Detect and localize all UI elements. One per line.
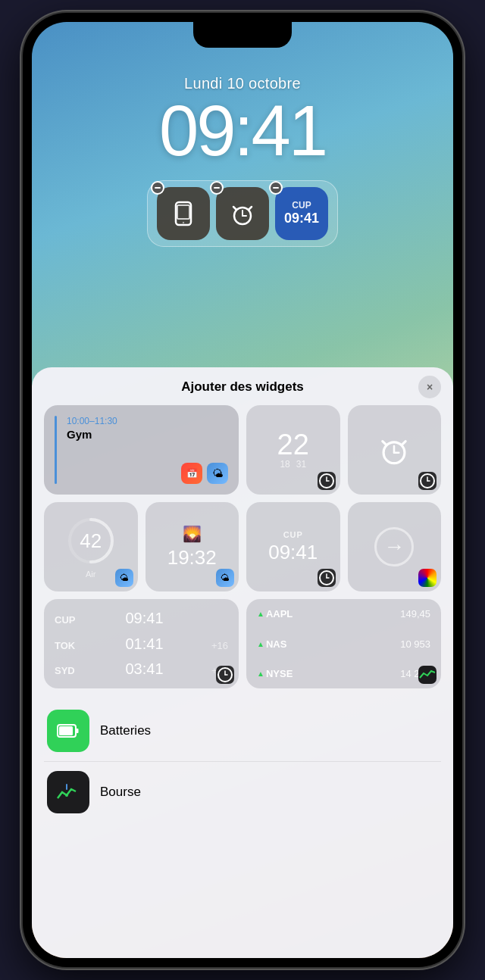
date-number: 22 xyxy=(277,430,309,459)
stocks-badge-icon xyxy=(418,666,436,684)
alarm-small-widget[interactable] xyxy=(348,405,442,495)
stocks-wide-widget[interactable]: ▲AAPL 149,45 ▲NAS 10 953 ▲NY xyxy=(246,599,441,688)
date-sub-numbers: 18 31 xyxy=(280,459,306,470)
phone-mirror-icon xyxy=(170,200,197,227)
weather-badge: 🌤 xyxy=(115,569,133,587)
date-sub2: 31 xyxy=(296,459,306,470)
notch xyxy=(193,22,292,48)
svg-point-30 xyxy=(65,794,68,797)
calendar-event-widget[interactable]: 10:00–11:30 Gym 📅 🌤 xyxy=(44,405,239,495)
lock-widgets-bar: CUP 09:41 xyxy=(147,180,338,247)
cup-worldclock-widget-bar[interactable]: CUP 09:41 xyxy=(275,187,328,240)
cup-small-city: CUP xyxy=(283,530,303,539)
svg-line-6 xyxy=(233,207,236,210)
event-info: 10:00–11:30 Gym xyxy=(67,416,117,441)
rainbow-badge xyxy=(418,569,436,587)
stocks-content: ▲AAPL 149,45 ▲NAS 10 953 ▲NY xyxy=(246,599,441,688)
wc-row-tok: TOK 01:41 +16 xyxy=(55,635,228,653)
app-list: Batteries Bourse xyxy=(44,701,441,822)
wc-city-cup: CUP xyxy=(55,614,91,626)
cup-time-label: 09:41 xyxy=(284,211,319,227)
world-clock-content: CUP 09:41 TOK 01:41 +16 SYD 03:41 + xyxy=(44,599,239,688)
wc-offset-tok: +16 xyxy=(198,640,228,651)
world-clock-wide-widget[interactable]: CUP 09:41 TOK 01:41 +16 SYD 03:41 + xyxy=(44,599,239,688)
stock-row-aapl: ▲AAPL 149,45 xyxy=(257,608,430,620)
svg-line-15 xyxy=(402,442,405,445)
close-icon: × xyxy=(427,381,433,393)
batteries-app-item[interactable]: Batteries xyxy=(44,701,441,762)
sheet-close-button[interactable]: × xyxy=(418,376,441,398)
air-ring-container: 42 xyxy=(65,515,117,566)
weather-time-widget[interactable]: 🌄 19:32 🌤 xyxy=(146,502,239,591)
stock-arrow-aapl: ▲ xyxy=(257,610,264,618)
calendar-event-content: 10:00–11:30 Gym 📅 🌤 xyxy=(44,405,239,495)
wc-time-cup: 09:41 xyxy=(91,610,198,627)
clock-badge-icon xyxy=(318,472,336,490)
wc-row-cup: CUP 09:41 xyxy=(55,610,228,627)
bourse-app-item[interactable]: Bourse xyxy=(44,762,441,822)
air-value-group: 42 xyxy=(80,529,102,553)
svg-point-2 xyxy=(183,222,184,223)
stock-row-nyse: ▲NYSE 14 226 xyxy=(257,668,430,679)
phone-icon-box xyxy=(157,187,210,240)
cup-small-time: 09:41 xyxy=(268,541,318,564)
time-label: 09:41 xyxy=(159,95,326,167)
arrow-widget[interactable]: → xyxy=(348,502,442,591)
clock-badge-wc xyxy=(216,666,234,684)
phone-mirror-widget[interactable] xyxy=(157,187,210,240)
cup-city-label: CUP xyxy=(284,200,319,211)
wc-time-tok: 01:41 xyxy=(91,635,198,653)
event-name: Gym xyxy=(67,428,117,441)
clock-badge-alarm xyxy=(418,472,436,490)
clock-corner-badge xyxy=(318,472,336,490)
clock-badge-cup xyxy=(318,569,336,587)
batteries-app-label: Batteries xyxy=(100,723,151,738)
batteries-app-icon xyxy=(47,710,89,752)
wc-time-syd: 03:41 xyxy=(91,660,198,678)
svg-line-7 xyxy=(249,207,252,210)
weather-badge2: 🌤 xyxy=(216,569,234,587)
stock-name-nas: ▲NAS xyxy=(257,638,286,650)
stock-arrow-nas: ▲ xyxy=(257,640,264,648)
widgets-row-1: 10:00–11:30 Gym 📅 🌤 22 18 xyxy=(44,405,441,495)
cup-small-widget[interactable]: CUP 09:41 xyxy=(246,502,340,591)
air-label: Air xyxy=(86,570,95,579)
remove-cup-widget-btn[interactable] xyxy=(269,181,283,195)
date-label: Lundi 10 octobre xyxy=(184,75,301,92)
clock-badge-icon2 xyxy=(418,472,436,490)
calendar-app-icon: 📅 xyxy=(181,463,202,484)
event-bar xyxy=(55,416,57,484)
sheet-header: Ajouter des widgets × xyxy=(44,379,441,395)
air-quality-widget[interactable]: 42 Air 🌤 xyxy=(44,502,138,591)
wc-city-tok: TOK xyxy=(55,640,91,651)
weather-app-icon: 🌤 xyxy=(207,463,228,484)
cup-widget-content: CUP 09:41 xyxy=(284,200,319,227)
remove-widget-btn[interactable] xyxy=(151,181,164,195)
weather-sun-icon: 🌄 xyxy=(183,525,202,543)
bourse-app-label: Bourse xyxy=(100,785,141,800)
clock-badge-icon3 xyxy=(318,569,336,587)
battery-icon xyxy=(57,723,80,739)
stocks-badge xyxy=(418,666,436,684)
svg-rect-28 xyxy=(59,726,73,735)
stock-val-nas: 10 953 xyxy=(400,638,430,650)
date-sub1: 18 xyxy=(280,459,289,470)
remove-alarm-widget-btn[interactable] xyxy=(210,181,224,195)
alarm-icon-box xyxy=(216,187,269,240)
bourse-icon xyxy=(56,782,80,803)
widgets-row-3: CUP 09:41 TOK 01:41 +16 SYD 03:41 + xyxy=(44,599,441,688)
alarm-widget-bar[interactable] xyxy=(216,187,269,240)
svg-rect-29 xyxy=(76,729,79,733)
stock-name-aapl: ▲AAPL xyxy=(257,608,293,620)
air-value: 42 xyxy=(80,529,102,553)
svg-line-14 xyxy=(383,442,386,445)
lock-screen: Lundi 10 octobre 09:41 xyxy=(32,60,453,247)
arrow-circle: → xyxy=(374,527,414,566)
clock-badge-icon4 xyxy=(216,666,234,684)
widgets-row-2: 42 Air 🌤 🌄 19:32 🌤 xyxy=(44,502,441,591)
stock-arrow-nyse: ▲ xyxy=(257,669,264,678)
svg-rect-1 xyxy=(177,205,189,219)
phone-frame: Lundi 10 octobre 09:41 xyxy=(23,13,462,967)
date-number-widget[interactable]: 22 18 31 xyxy=(246,405,340,495)
phone-screen: Lundi 10 octobre 09:41 xyxy=(32,22,453,958)
